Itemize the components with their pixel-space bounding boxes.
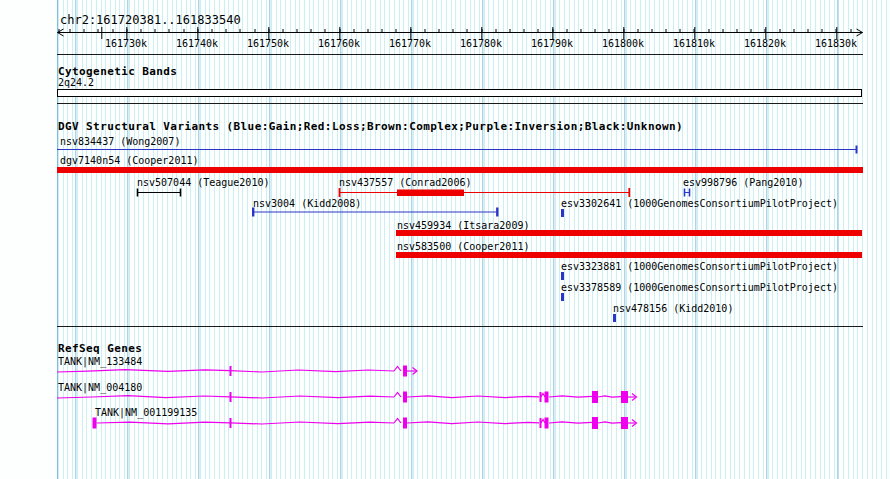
variant-glyph-esv3378589[interactable]	[561, 293, 564, 301]
ruler-tick-label: 161780k	[455, 38, 507, 49]
gene-label-nm-133484[interactable]: TANK|NM_133484	[58, 356, 142, 367]
variant-glyph-nsv478156[interactable]	[613, 314, 616, 322]
ruler-tick-label: 161810k	[668, 38, 720, 49]
variant-label-nsv437557[interactable]: nsv437557 (Conrad2006)	[339, 177, 471, 188]
variant-label-dgv7140n54[interactable]: dgv7140n54 (Cooper2011)	[60, 155, 198, 166]
ruler-tick-label: 161760k	[313, 38, 365, 49]
ruler-tick-label: 161800k	[597, 38, 649, 49]
gene-label-nm-001199135[interactable]: TANK|NM_001199135	[95, 407, 197, 418]
ruler-tick-label: 161790k	[526, 38, 578, 49]
cytoband-glyph[interactable]	[57, 89, 862, 97]
variant-label-nsv3004[interactable]: nsv3004 (Kidd2008)	[253, 198, 361, 209]
track-separator	[57, 326, 863, 327]
track-separator	[57, 54, 863, 55]
variant-glyph-dgv7140n54[interactable]	[57, 167, 863, 173]
ruler-tick-label: 161750k	[242, 38, 294, 49]
ruler-tick-label: 161830k	[810, 38, 862, 49]
refseq-track-header: RefSeq Genes	[58, 343, 142, 355]
ruler-tick-label: 161820k	[739, 38, 791, 49]
ruler-tick-label: 161740k	[171, 38, 223, 49]
variant-label-esv3323881[interactable]: esv3323881 (1000GenomesConsortiumPilotPr…	[561, 261, 838, 272]
cytoband-label[interactable]: 2q24.2	[58, 77, 94, 88]
gene-label-nm-004180[interactable]: TANK|NM_004180	[58, 382, 142, 393]
variant-glyph-esv3323881[interactable]	[561, 272, 564, 280]
variant-label-esv3302641[interactable]: esv3302641 (1000GenomesConsortiumPilotPr…	[561, 198, 838, 209]
variant-label-nsv583500[interactable]: nsv583500 (Cooper2011)	[397, 241, 529, 252]
track-separator	[57, 103, 863, 104]
variant-label-nsv478156[interactable]: nsv478156 (Kidd2010)	[613, 303, 733, 314]
variant-label-nsv834437[interactable]: nsv834437 (Wong2007)	[60, 136, 180, 147]
ruler-tick-label: 161730k	[100, 38, 152, 49]
dgv-track-header: DGV Structural Variants (Blue:Gain;Red:L…	[58, 121, 683, 133]
ruler-tick-label: 161770k	[384, 38, 436, 49]
genome-browser-panel: chr2:161720381..161833540 161730k 161740…	[0, 0, 890, 479]
variant-label-esv998796[interactable]: esv998796 (Pang2010)	[683, 177, 803, 188]
variant-label-nsv507044[interactable]: nsv507044 (Teague2010)	[137, 177, 269, 188]
variant-glyph-nsv459934[interactable]	[396, 230, 862, 236]
variant-glyph-esv3302641[interactable]	[561, 209, 564, 217]
region-position-label: chr2:161720381..161833540	[60, 14, 241, 27]
variant-label-esv3378589[interactable]: esv3378589 (1000GenomesConsortiumPilotPr…	[561, 282, 838, 293]
variant-glyph-nsv583500[interactable]	[396, 252, 862, 258]
